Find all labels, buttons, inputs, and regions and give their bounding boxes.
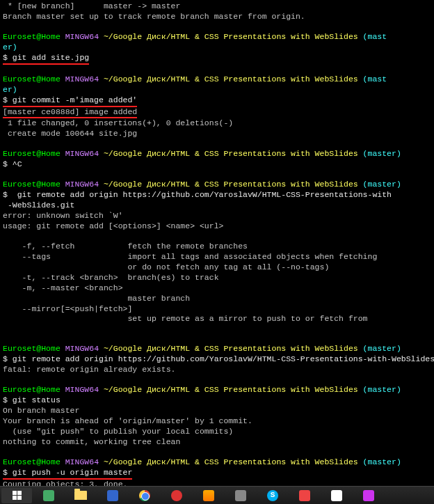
terminal-line: Your branch is ahead of 'origin/master' …	[3, 416, 431, 427]
terminal-line	[3, 375, 431, 385]
app-icon	[203, 490, 214, 501]
skype-icon: S	[267, 490, 278, 501]
terminal-line: $ git push -u origin master	[3, 468, 431, 480]
terminal-line	[3, 232, 431, 242]
terminal-line: usage: git remote add [<options>] <name>…	[3, 221, 431, 232]
terminal-line: 1 file changed, 0 insertions(+), 0 delet…	[3, 118, 431, 129]
terminal-line	[3, 324, 431, 334]
chrome-icon	[139, 490, 150, 501]
terminal-line: $ ^C	[3, 159, 431, 170]
taskbar: S	[0, 486, 434, 504]
terminal-line: -m, --master <branch>	[3, 283, 431, 294]
app-icon	[235, 490, 246, 501]
terminal-line: $ git remote add origin https://github.c…	[3, 190, 431, 200]
terminal-line: Euroset@Home MINGW64 ~/Google Диск/HTML …	[3, 457, 431, 468]
terminal-line: $ git add site.jpg	[3, 53, 431, 65]
terminal-line: er)	[3, 42, 431, 53]
terminal-line: Euroset@Home MINGW64 ~/Google Диск/HTML …	[3, 180, 431, 190]
terminal-line: Branch master set up to track remote bra…	[3, 12, 431, 22]
taskbar-app-4[interactable]	[193, 488, 224, 503]
app-icon	[107, 490, 118, 501]
taskbar-app-8[interactable]	[353, 488, 384, 503]
taskbar-app-6[interactable]	[289, 488, 320, 503]
terminal-line	[3, 65, 431, 74]
terminal-line: -f, --fetch fetch the remote branches	[3, 242, 431, 252]
terminal-line	[3, 22, 431, 32]
windows-icon	[13, 491, 22, 500]
terminal-line: -t, --track <branch> branch(es) to track	[3, 273, 431, 283]
app-icon	[331, 490, 342, 501]
taskbar-file-explorer[interactable]	[65, 488, 96, 503]
terminal-line: $ git remote add origin https://github.c…	[3, 354, 431, 365]
terminal-line: (use "git push" to publish your local co…	[3, 427, 431, 437]
taskbar-app-3[interactable]	[161, 488, 192, 503]
terminal-line: or do not fetch any tag at all (--no-tag…	[3, 262, 431, 273]
terminal-line	[3, 334, 431, 344]
app-icon	[171, 490, 182, 501]
taskbar-skype[interactable]: S	[257, 488, 288, 503]
terminal-line: error: unknown switch `W'	[3, 211, 431, 221]
terminal-line: Euroset@Home MINGW64 ~/Google Диск/HTML …	[3, 385, 431, 395]
folder-icon	[74, 491, 87, 500]
terminal-line: Euroset@Home MINGW64 ~/Google Диск/HTML …	[3, 74, 431, 85]
terminal-line	[3, 139, 431, 149]
terminal-line: Euroset@Home MINGW64 ~/Google Диск/HTML …	[3, 32, 431, 42]
terminal-line: fatal: remote origin already exists.	[3, 365, 431, 375]
terminal-line: [master ce0888d] image added	[3, 107, 431, 119]
terminal-line: Counting objects: 3, done.	[3, 480, 431, 486]
terminal-line: $ git status	[3, 395, 431, 406]
taskbar-app-2[interactable]	[97, 488, 128, 503]
terminal-line: create mode 100644 site.jpg	[3, 129, 431, 139]
terminal-line: set up remote as a mirror to push to or …	[3, 314, 431, 324]
terminal-line	[3, 170, 431, 180]
terminal-line: --tags import all tags and associated ob…	[3, 252, 431, 262]
terminal-line: * [new branch] master -> master	[3, 1, 431, 12]
terminal-line: er)	[3, 85, 431, 95]
app-icon	[363, 490, 374, 501]
terminal-line	[3, 448, 431, 457]
taskbar-app-7[interactable]	[321, 488, 352, 503]
terminal-line: $ git commit -m'image added'	[3, 95, 431, 107]
start-button[interactable]	[1, 488, 32, 503]
terminal-line: nothing to commit, working tree clean	[3, 437, 431, 448]
terminal-line: -WebSlides.git	[3, 200, 431, 211]
terminal-line: Euroset@Home MINGW64 ~/Google Диск/HTML …	[3, 344, 431, 354]
terminal-line: On branch master	[3, 406, 431, 416]
terminal-output[interactable]: * [new branch] master -> masterBranch ma…	[0, 0, 434, 486]
taskbar-chrome[interactable]	[129, 488, 160, 503]
taskbar-app-1[interactable]	[33, 488, 64, 503]
terminal-line: master branch	[3, 294, 431, 304]
taskbar-app-5[interactable]	[225, 488, 256, 503]
terminal-line: Euroset@Home MINGW64 ~/Google Диск/HTML …	[3, 149, 431, 159]
app-icon	[299, 490, 310, 501]
app-icon	[43, 490, 54, 501]
terminal-line: --mirror[=<push|fetch>]	[3, 304, 431, 315]
